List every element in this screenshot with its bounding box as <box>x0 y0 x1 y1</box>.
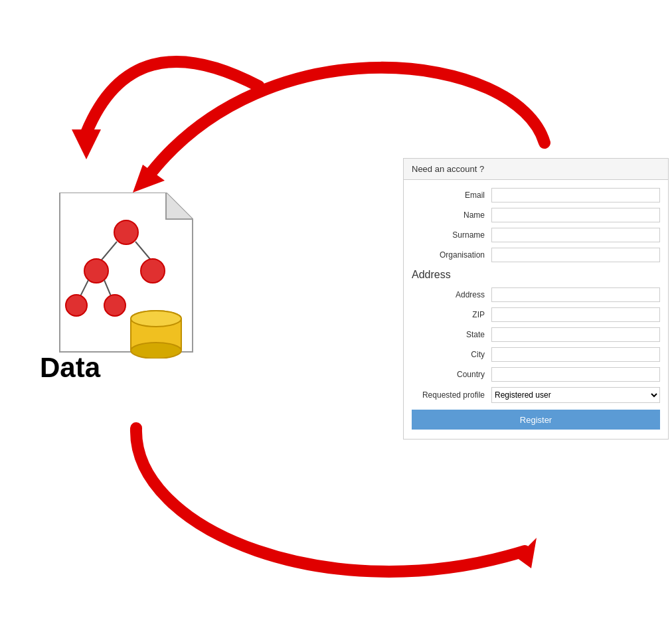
email-input[interactable] <box>491 188 660 202</box>
address-section-title: Address <box>404 265 668 285</box>
state-input[interactable] <box>491 327 660 342</box>
svg-point-12 <box>104 295 126 316</box>
form-header: Need an account ? <box>404 159 668 180</box>
organisation-input[interactable] <box>491 248 660 262</box>
zip-label: ZIP <box>412 310 491 319</box>
organisation-row: Organisation <box>404 245 668 265</box>
svg-point-4 <box>114 220 138 244</box>
name-label: Name <box>412 210 491 220</box>
zip-row: ZIP <box>404 305 668 325</box>
document-svg <box>53 193 199 359</box>
svg-marker-0 <box>72 129 101 159</box>
surname-label: Surname <box>412 230 491 240</box>
address-label: Address <box>412 290 491 299</box>
city-row: City <box>404 345 668 364</box>
email-label: Email <box>412 191 491 200</box>
email-row: Email <box>404 185 668 205</box>
name-row: Name <box>404 205 668 225</box>
svg-point-11 <box>66 295 87 316</box>
country-label: Country <box>412 370 491 379</box>
svg-point-17 <box>131 343 181 359</box>
svg-point-7 <box>84 259 108 283</box>
surname-input[interactable] <box>491 228 660 242</box>
data-label: Data <box>33 352 100 384</box>
data-icon: Data <box>33 193 219 405</box>
register-button[interactable]: Register <box>412 410 660 430</box>
profile-select[interactable]: Registered user <box>491 387 660 403</box>
state-row: State <box>404 325 668 345</box>
country-input[interactable] <box>491 367 660 382</box>
zip-input[interactable] <box>491 307 660 322</box>
surname-row: Surname <box>404 225 668 245</box>
svg-point-18 <box>131 311 181 327</box>
city-label: City <box>412 350 491 359</box>
svg-point-8 <box>141 259 165 283</box>
address-row: Address <box>404 285 668 305</box>
city-input[interactable] <box>491 347 660 362</box>
registration-form: Need an account ? Email Name Surname Org… <box>403 158 669 440</box>
form-body: Email Name Surname Organisation Address … <box>404 180 668 439</box>
form-title: Need an account ? <box>412 164 484 174</box>
address-input[interactable] <box>491 287 660 302</box>
country-row: Country <box>404 364 668 384</box>
profile-row: Requested profile Registered user <box>404 384 668 406</box>
svg-marker-1 <box>133 165 165 193</box>
organisation-label: Organisation <box>412 250 491 260</box>
state-label: State <box>412 330 491 339</box>
name-input[interactable] <box>491 208 660 222</box>
profile-label: Requested profile <box>412 390 491 400</box>
svg-marker-2 <box>517 538 537 568</box>
